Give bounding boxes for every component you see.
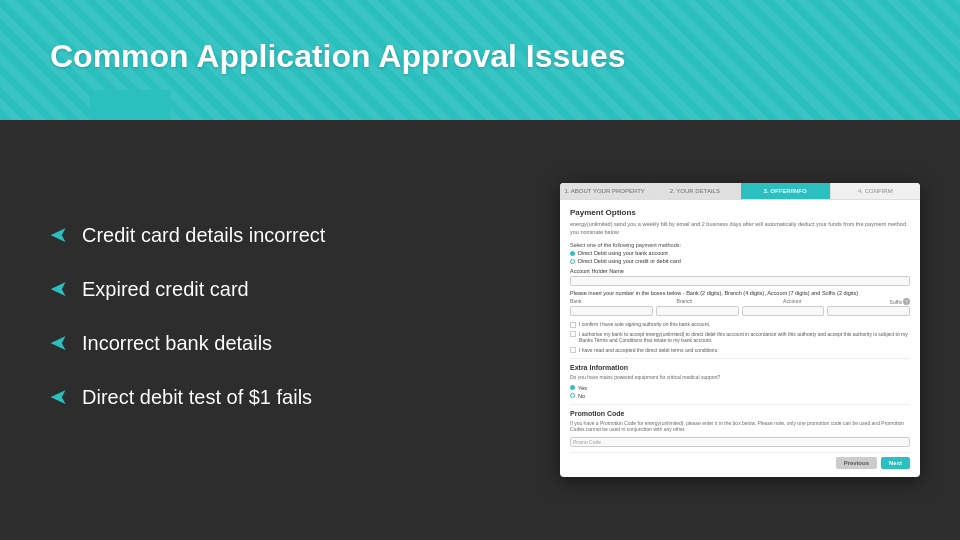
- bank-input-suffix[interactable]: [827, 306, 910, 316]
- list-item: ➤ Incorrect bank details: [50, 330, 470, 356]
- form-mockup: 1. ABOUT YOUR PROPERTY 2. YOUR DETAILS 3…: [560, 183, 920, 477]
- ribbon-icon-4: ➤: [50, 384, 68, 410]
- bank-input-account[interactable]: [742, 306, 825, 316]
- radio-label-card: Direct Debit using your credit or debit …: [578, 258, 681, 264]
- list-item: ➤ Direct debit test of $1 fails: [50, 384, 470, 410]
- bullet-text-1: Credit card details incorrect: [82, 224, 325, 247]
- checkbox-row-2[interactable]: I authorise my bank to accept energy(unl…: [570, 331, 910, 344]
- form-section-title: Payment Options: [570, 208, 910, 217]
- radio-item-bank[interactable]: Direct Debit using your bank account: [570, 250, 910, 256]
- checkbox-label-1: I confirm I have sole signing authority …: [579, 321, 710, 328]
- ribbon-icon-1: ➤: [50, 222, 68, 248]
- step-tabs: 1. ABOUT YOUR PROPERTY 2. YOUR DETAILS 3…: [560, 183, 920, 200]
- radio-dot-bank: [570, 251, 575, 256]
- radio-yes[interactable]: Yes: [570, 385, 910, 391]
- promo-code-input[interactable]: Promo Code: [570, 437, 910, 447]
- payment-label: Select one of the following payment meth…: [570, 242, 910, 248]
- step-tab-4: 4. CONFIRM: [831, 183, 920, 199]
- previous-button[interactable]: Previous: [836, 457, 877, 469]
- radio-label-yes: Yes: [578, 385, 587, 391]
- suffix-help-icon: ?: [903, 298, 910, 305]
- step-tab-1: 1. ABOUT YOUR PROPERTY: [560, 183, 650, 199]
- checkbox-2: [570, 331, 576, 337]
- bullet-text-4: Direct debit test of $1 fails: [82, 386, 312, 409]
- checkbox-row-3[interactable]: I have read and accepted the direct debi…: [570, 347, 910, 354]
- radio-no[interactable]: No: [570, 393, 910, 399]
- radio-dot-card: [570, 259, 575, 264]
- radio-label-bank: Direct Debit using your bank account: [578, 250, 668, 256]
- form-subtitle: energy(unlimited) send you a weekly bill…: [570, 221, 910, 236]
- form-button-row: Previous Next: [570, 452, 910, 469]
- promo-text: If you have a Promotion Code for energy(…: [570, 420, 910, 433]
- bullet-text-3: Incorrect bank details: [82, 332, 272, 355]
- checkbox-1: [570, 322, 576, 328]
- form-body: Payment Options energy(unlimited) send y…: [560, 200, 920, 477]
- list-item: ➤ Credit card details incorrect: [50, 222, 470, 248]
- ribbon-icon-2: ➤: [50, 276, 68, 302]
- account-holder-input[interactable]: [570, 276, 910, 286]
- bank-col-label-account: Account: [783, 298, 887, 305]
- left-panel: ➤ Credit card details incorrect ➤ Expire…: [0, 120, 520, 540]
- yes-no-radio-group: Yes No: [570, 385, 910, 399]
- payment-radio-group: Direct Debit using your bank account Dir…: [570, 250, 910, 264]
- checkbox-3: [570, 347, 576, 353]
- list-item: ➤ Expired credit card: [50, 276, 470, 302]
- right-panel: 1. ABOUT YOUR PROPERTY 2. YOUR DETAILS 3…: [520, 120, 960, 540]
- promo-placeholder: Promo Code: [573, 439, 601, 445]
- header-banner: Common Application Approval Issues: [0, 0, 960, 120]
- checkbox-label-3: I have read and accepted the direct debi…: [579, 347, 719, 354]
- radio-dot-yes: [570, 385, 575, 390]
- step-tab-3: 3. OFFER/INFO: [741, 183, 831, 199]
- form-divider: [570, 358, 910, 359]
- bank-col-label-bank: Bank: [570, 298, 674, 305]
- ribbon-icon-3: ➤: [50, 330, 68, 356]
- bullet-text-2: Expired credit card: [82, 278, 249, 301]
- bank-input-row: [570, 306, 910, 316]
- bank-col-label-branch: Branch: [677, 298, 781, 305]
- bank-fields-label: Please insert your number in the boxes b…: [570, 290, 910, 296]
- bank-input-branch[interactable]: [656, 306, 739, 316]
- extra-info-text: Do you have mains powered equipment for …: [570, 374, 910, 381]
- bank-label-row: Bank Branch Account Suffix ?: [570, 298, 910, 305]
- bank-input-bank[interactable]: [570, 306, 653, 316]
- extra-info-title: Extra Information: [570, 364, 910, 371]
- checkbox-label-2: I authorise my bank to accept energy(unl…: [579, 331, 910, 344]
- form-divider-2: [570, 404, 910, 405]
- bank-col-label-suffix: Suffix ?: [890, 298, 910, 305]
- checkbox-row-1[interactable]: I confirm I have sole signing authority …: [570, 321, 910, 328]
- main-content: ➤ Credit card details incorrect ➤ Expire…: [0, 120, 960, 540]
- account-holder-label: Account Holder Name: [570, 268, 910, 274]
- bullet-list: ➤ Credit card details incorrect ➤ Expire…: [50, 222, 470, 438]
- radio-dot-no: [570, 393, 575, 398]
- promo-title: Promotion Code: [570, 410, 910, 417]
- radio-label-no: No: [578, 393, 585, 399]
- step-tab-2: 2. YOUR DETAILS: [650, 183, 740, 199]
- radio-item-card[interactable]: Direct Debit using your credit or debit …: [570, 258, 910, 264]
- page-title: Common Application Approval Issues: [0, 0, 960, 113]
- next-button[interactable]: Next: [881, 457, 910, 469]
